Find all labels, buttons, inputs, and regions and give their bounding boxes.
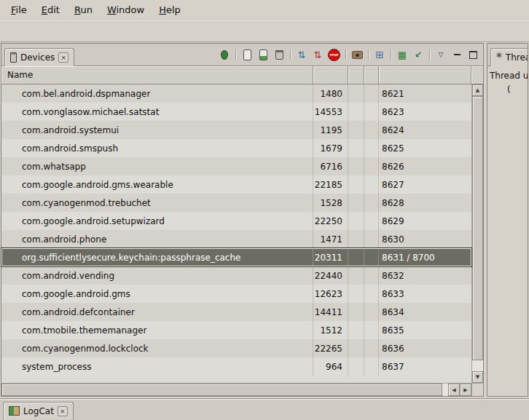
- process-name: com.tmobile.thememanager: [1, 321, 313, 339]
- process-port: 8634: [379, 303, 471, 321]
- horizontal-scrollbar-row: ◀ ▶: [1, 383, 483, 396]
- device-icon: [10, 52, 17, 63]
- vertical-scrollbar-track[interactable]: [472, 96, 483, 371]
- table-row[interactable]: com.tmobile.thememanager 1512 8635: [1, 321, 471, 339]
- process-port: 8630: [379, 230, 471, 248]
- update-heap-icon[interactable]: [240, 48, 254, 61]
- empty-cell: [364, 357, 379, 376]
- process-port: 8626: [379, 157, 471, 175]
- table-row[interactable]: com.google.android.gms.wearable 22185 86…: [1, 175, 471, 194]
- table-row[interactable]: com.bel.android.dspmanager 1480 8621: [1, 84, 471, 103]
- threads-message-line1: Thread up: [490, 69, 525, 83]
- cause-gc-icon[interactable]: [272, 48, 286, 61]
- table-row[interactable]: system_process 964 8637: [1, 357, 471, 376]
- empty-cell: [364, 249, 379, 266]
- table-row[interactable]: com.android.smspush 1679 8625: [1, 139, 471, 157]
- menu-window[interactable]: Window: [101, 2, 151, 17]
- process-port: 8636: [379, 339, 471, 357]
- column-header-empty2[interactable]: [364, 66, 379, 84]
- empty-cell: [364, 157, 379, 175]
- dump-hprof-icon[interactable]: [256, 48, 270, 61]
- table-row[interactable]: com.android.systemui 1195 8624: [1, 121, 471, 139]
- method-profiling-icon[interactable]: [310, 48, 325, 61]
- tree-icon[interactable]: [411, 48, 426, 61]
- menu-help[interactable]: Help: [152, 2, 187, 17]
- table-row[interactable]: com.google.android.setupwizard 22250 862…: [1, 212, 471, 230]
- scroll-right-button[interactable]: ▶: [460, 384, 471, 396]
- close-icon[interactable]: ×: [58, 52, 68, 63]
- process-name: com.bel.android.dspmanager: [1, 84, 313, 103]
- process-pid: 1471: [313, 230, 348, 248]
- view-hierarchy-icon[interactable]: [372, 48, 387, 61]
- process-name: com.cyanogenmod.trebuchet: [1, 194, 313, 212]
- empty-cell: [364, 194, 379, 212]
- ddms-window: File Edit Run Window Help Devices × STOP…: [0, 0, 529, 420]
- column-header-empty1[interactable]: [348, 66, 364, 84]
- table-row[interactable]: com.cyanogenmod.lockclock 22265 8636: [1, 339, 471, 357]
- column-header-name[interactable]: Name: [1, 66, 313, 84]
- process-pid: 14411: [313, 303, 348, 321]
- table-row[interactable]: com.android.vending 22440 8632: [1, 266, 471, 285]
- scroll-left-button[interactable]: ◀: [448, 384, 460, 396]
- tab-devices-label: Devices: [20, 52, 55, 63]
- empty-cell: [364, 285, 379, 303]
- table-row[interactable]: com.whatsapp 6716 8626: [1, 157, 471, 175]
- process-name: com.cyanogenmod.lockclock: [1, 339, 313, 357]
- table-row[interactable]: com.android.phone 1471 8630: [1, 230, 471, 248]
- process-name: com.android.systemui: [1, 121, 313, 139]
- process-port: 8624: [379, 121, 471, 139]
- empty-cell: [364, 139, 379, 157]
- process-pid: 20311: [313, 249, 348, 266]
- empty-cell: [348, 303, 364, 321]
- menu-edit[interactable]: Edit: [35, 2, 66, 17]
- toolbar-separator: [290, 49, 291, 60]
- table-row[interactable]: com.vonglasow.michael.satstat 14553 8623: [1, 103, 471, 121]
- scroll-up-button[interactable]: ▲: [472, 84, 483, 96]
- toolbar-separator: [429, 49, 430, 60]
- horizontal-scrollbar-track[interactable]: [1, 384, 448, 396]
- update-threads-icon[interactable]: [294, 48, 309, 61]
- empty-cell: [364, 212, 379, 230]
- system-info-icon[interactable]: [395, 48, 410, 61]
- screen-capture-icon[interactable]: [350, 48, 364, 61]
- table-row[interactable]: com.google.android.gms 12623 8633: [1, 285, 471, 303]
- tab-devices[interactable]: Devices ×: [4, 48, 74, 66]
- menu-run[interactable]: Run: [68, 2, 99, 17]
- debug-icon[interactable]: [217, 48, 232, 61]
- toolbar-separator: [391, 49, 391, 60]
- minimize-icon[interactable]: [450, 48, 464, 61]
- horizontal-scrollbar[interactable]: ◀ ▶: [1, 384, 471, 396]
- threads-message: Thread up (: [487, 66, 528, 100]
- empty-cell: [348, 285, 364, 303]
- process-port: 8621: [379, 84, 471, 103]
- horizontal-scrollbar-thumb[interactable]: [1, 384, 442, 396]
- empty-cell: [348, 339, 364, 357]
- process-port: 8628: [379, 194, 471, 212]
- scroll-down-button[interactable]: ▼: [472, 371, 483, 383]
- table-zone: com.bel.android.dspmanager 1480 8621 com…: [1, 84, 483, 383]
- view-menu-icon[interactable]: [434, 48, 448, 61]
- vertical-scrollbar[interactable]: ▲ ▼: [471, 84, 483, 383]
- close-icon[interactable]: ×: [58, 406, 68, 416]
- table-row[interactable]: org.sufficientlysecure.keychain:passphra…: [1, 248, 471, 266]
- tab-threads[interactable]: * Threads: [490, 48, 528, 66]
- table-row[interactable]: com.cyanogenmod.trebuchet 1528 8628: [1, 194, 471, 212]
- logcat-bar: LogCat ×: [0, 398, 529, 420]
- process-name: com.whatsapp: [1, 157, 313, 175]
- empty-cell: [348, 212, 364, 230]
- empty-cell: [364, 230, 379, 248]
- process-port: 8632: [379, 266, 471, 285]
- threads-panel-header: * Threads: [487, 44, 528, 66]
- process-pid: 1480: [313, 84, 348, 103]
- tab-logcat[interactable]: LogCat ×: [3, 402, 74, 420]
- maximize-icon[interactable]: [466, 48, 480, 61]
- process-name: com.google.android.gms: [1, 285, 313, 303]
- empty-cell: [348, 103, 364, 121]
- menu-file[interactable]: File: [4, 2, 34, 17]
- table-row[interactable]: com.android.defcontainer 14411 8634: [1, 303, 471, 321]
- stop-process-icon[interactable]: STOP: [328, 49, 340, 61]
- empty-cell: [364, 303, 379, 321]
- column-header-pid[interactable]: [313, 66, 348, 84]
- column-header-port[interactable]: [379, 66, 471, 84]
- vertical-scrollbar-thumb[interactable]: [472, 96, 483, 360]
